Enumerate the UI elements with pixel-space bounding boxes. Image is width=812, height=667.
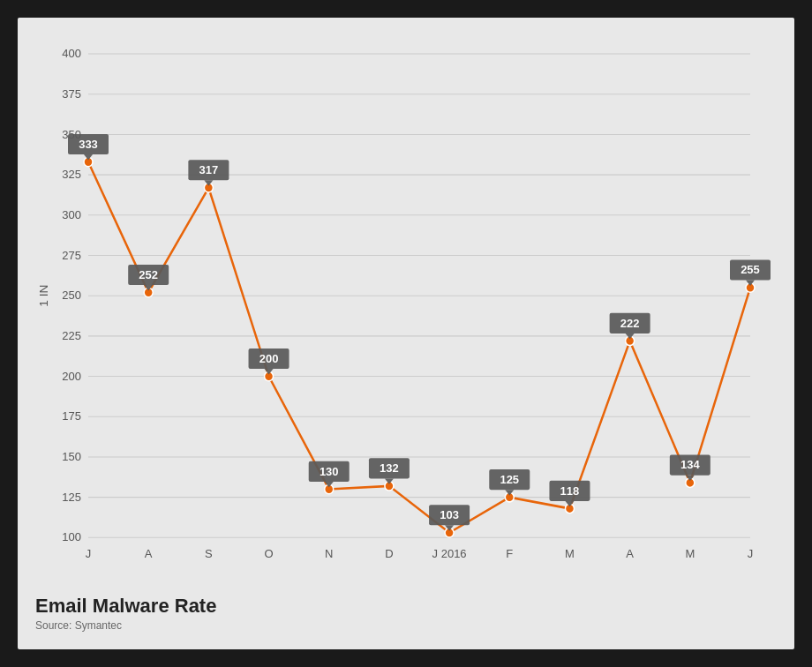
svg-text:252: 252 xyxy=(139,267,158,281)
svg-text:275: 275 xyxy=(62,248,81,261)
svg-text:375: 375 xyxy=(62,87,81,101)
svg-text:J 2016: J 2016 xyxy=(432,547,467,560)
svg-text:132: 132 xyxy=(380,461,399,475)
chart-source: Source: Symantec xyxy=(35,619,777,632)
svg-text:200: 200 xyxy=(62,369,81,382)
svg-text:300: 300 xyxy=(62,208,81,221)
chart-area: 1001251501752002252502753003253503754001… xyxy=(35,35,777,584)
svg-text:J: J xyxy=(748,547,753,560)
svg-text:1 IN: 1 IN xyxy=(37,285,50,307)
chart-card: 1001251501752002252502753003253503754001… xyxy=(18,18,794,649)
svg-text:118: 118 xyxy=(560,483,580,497)
chart-title-area: Email Malware Rate Source: Symantec xyxy=(35,584,777,632)
svg-text:317: 317 xyxy=(199,163,219,176)
svg-text:225: 225 xyxy=(62,329,81,342)
svg-text:N: N xyxy=(325,547,333,560)
svg-text:130: 130 xyxy=(320,464,339,477)
svg-text:A: A xyxy=(145,547,153,560)
svg-text:125: 125 xyxy=(500,472,519,485)
svg-text:J: J xyxy=(86,547,91,560)
svg-text:255: 255 xyxy=(741,263,760,276)
svg-text:325: 325 xyxy=(62,168,81,181)
svg-text:150: 150 xyxy=(62,450,81,463)
svg-text:250: 250 xyxy=(62,289,81,302)
svg-text:O: O xyxy=(264,547,273,560)
svg-text:134: 134 xyxy=(680,458,700,471)
svg-text:M: M xyxy=(685,547,695,560)
svg-text:175: 175 xyxy=(62,409,81,423)
svg-text:222: 222 xyxy=(620,316,640,329)
svg-text:333: 333 xyxy=(79,137,98,150)
svg-text:S: S xyxy=(205,547,213,560)
chart-title: Email Malware Rate xyxy=(35,595,777,618)
svg-text:103: 103 xyxy=(440,508,459,521)
svg-text:F: F xyxy=(506,547,513,560)
svg-text:125: 125 xyxy=(62,491,81,504)
svg-text:A: A xyxy=(626,547,634,560)
svg-text:200: 200 xyxy=(259,351,279,364)
svg-text:400: 400 xyxy=(62,47,81,60)
svg-text:100: 100 xyxy=(62,530,81,543)
svg-text:D: D xyxy=(385,547,393,560)
svg-text:M: M xyxy=(565,547,575,560)
